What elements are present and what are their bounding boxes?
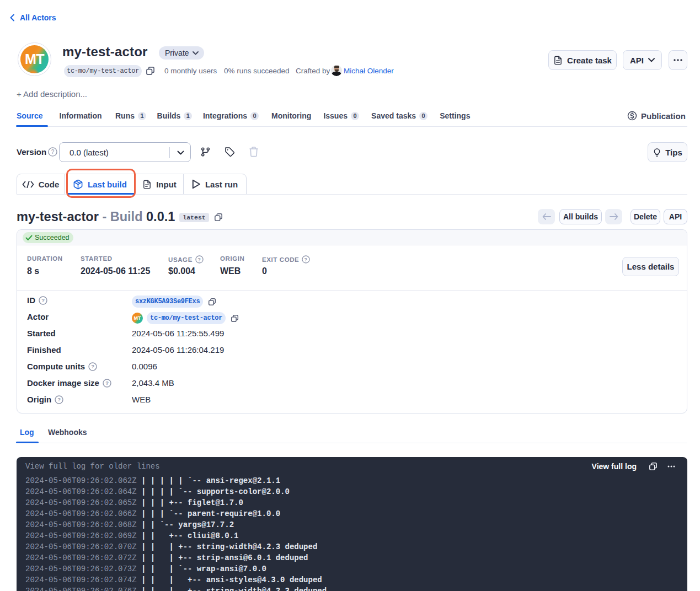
svg-text:?: ?: [91, 363, 94, 369]
svg-text:?: ?: [51, 149, 55, 155]
svg-text:?: ?: [41, 297, 45, 303]
svg-text:?: ?: [105, 380, 109, 386]
svg-text:?: ?: [57, 396, 61, 402]
svg-text:?: ?: [304, 257, 308, 262]
svg-text:?: ?: [197, 257, 201, 262]
